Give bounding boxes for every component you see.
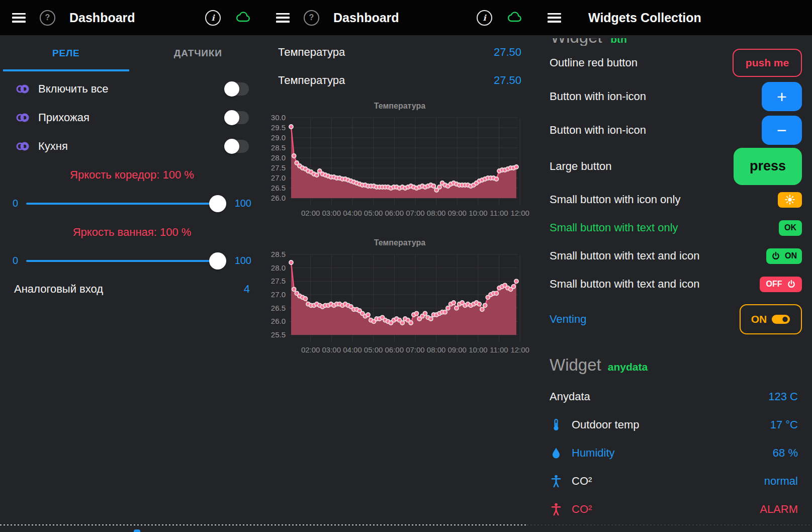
switch-row: Включить все	[0, 74, 264, 103]
thermometer-icon	[550, 418, 563, 431]
svg-text:29.0: 29.0	[271, 133, 286, 142]
toggle-on-icon	[771, 314, 790, 325]
widget-row: Button with ion-icon−	[535, 113, 812, 147]
section-heading-title: Widget	[550, 356, 601, 375]
svg-text:28.5: 28.5	[271, 250, 286, 258]
section-heading-anydata: Widget anydata	[535, 340, 812, 383]
ok-button[interactable]: OK	[779, 220, 802, 236]
venting-toggle-button[interactable]: ON	[740, 304, 802, 334]
analog-input-label: Аналоговый вход	[14, 283, 103, 296]
svg-text:11:00: 11:00	[490, 345, 508, 354]
chart-title: Температура	[264, 238, 535, 248]
widget-row-label: Small button with text and icon	[550, 249, 699, 262]
section-heading-subtitle: anydata	[608, 361, 648, 373]
brightness-corridor-label: Яркость коредор: 100 %	[0, 160, 264, 189]
widget-row-label: Button with ion-icon	[550, 124, 646, 137]
tab-relays[interactable]: РЕЛЕ	[0, 35, 132, 71]
clipped-section-heading: Widget btn	[535, 38, 812, 46]
page-title: Dashboard	[333, 11, 463, 25]
widget-row-label: Small button with text only	[550, 221, 678, 234]
svg-text:26.0: 26.0	[271, 317, 286, 325]
icon-only-button[interactable]	[778, 192, 802, 208]
widget-row: Small button with text and iconOFF	[535, 270, 812, 298]
help-icon[interactable]: ?	[40, 10, 55, 26]
svg-text:27.0: 27.0	[271, 290, 286, 299]
data-row: Outdoor temp17 °C	[535, 411, 812, 439]
svg-text:09:00: 09:00	[447, 209, 467, 217]
svg-text:06:00: 06:00	[385, 345, 404, 354]
svg-text:26.0: 26.0	[271, 194, 286, 202]
sensor-label: Температура	[278, 46, 345, 59]
push-me-button[interactable]: push me	[733, 49, 802, 77]
data-row-value: ALARM	[760, 503, 798, 516]
page-title: Widgets Collection	[588, 11, 800, 25]
slider-track[interactable]	[26, 203, 218, 205]
switch-row-label: Прихожая	[38, 111, 89, 124]
slider-min-label: 0	[13, 198, 18, 209]
info-icon[interactable]: i	[205, 10, 221, 26]
brightness-bath-slider: 0 100	[0, 246, 264, 275]
help-icon[interactable]: ?	[304, 10, 319, 26]
svg-text:12:00: 12:00	[510, 209, 529, 217]
slider-track[interactable]	[26, 260, 218, 262]
dotted-divider	[0, 524, 527, 526]
off-button[interactable]: OFF	[760, 277, 802, 292]
droplet-icon	[550, 447, 563, 459]
chart-title: Температура	[264, 102, 535, 112]
toggle-switch[interactable]	[226, 111, 249, 124]
widget-row: Large buttonpress	[535, 147, 812, 186]
button-text: ON	[785, 251, 797, 260]
menu-icon[interactable]	[276, 13, 290, 23]
svg-text:29.5: 29.5	[271, 123, 286, 132]
svg-text:05:00: 05:00	[364, 345, 383, 354]
brightness-bath-label: Яркость ванная: 100 %	[0, 218, 264, 246]
data-row: CO²ALARM	[535, 495, 812, 523]
svg-text:08:00: 08:00	[427, 345, 446, 354]
menu-icon[interactable]	[548, 13, 561, 23]
svg-text:26.5: 26.5	[271, 184, 286, 192]
clipped-heading-subtitle: btn	[610, 38, 627, 45]
data-row-value: 123 C	[768, 390, 798, 403]
minus-button[interactable]: −	[762, 116, 802, 145]
toggle-switch[interactable]	[226, 82, 249, 96]
svg-text:12:00: 12:00	[510, 345, 529, 354]
svg-text:25.5: 25.5	[271, 330, 286, 339]
person-icon	[550, 475, 563, 488]
cloud-connected-icon[interactable]	[506, 11, 523, 25]
slider-knob[interactable]	[209, 195, 226, 212]
svg-text:02:00: 02:00	[301, 209, 320, 217]
svg-text:06:00: 06:00	[385, 209, 404, 217]
svg-text:28.0: 28.0	[271, 263, 286, 272]
page-title: Dashboard	[69, 11, 191, 25]
widget-row-label: Button with ion-icon	[550, 90, 646, 103]
app: ? Dashboard i РЕЛЕ ДАТЧИКИ Включить всеП…	[0, 0, 812, 532]
svg-text:05:00: 05:00	[364, 209, 383, 217]
appbar: ? Dashboard i	[264, 0, 535, 35]
svg-text:11:00: 11:00	[490, 209, 508, 217]
svg-text:07:00: 07:00	[406, 209, 425, 217]
slider-knob[interactable]	[209, 252, 226, 270]
relay-toggle-icon	[15, 113, 30, 123]
menu-icon[interactable]	[12, 13, 26, 23]
tab-sensors[interactable]: ДАТЧИКИ	[132, 35, 264, 71]
svg-text:26.5: 26.5	[271, 304, 286, 312]
on-button[interactable]: ON	[766, 248, 802, 264]
cloud-connected-icon[interactable]	[235, 11, 252, 25]
press-button[interactable]: press	[734, 148, 802, 185]
plus-button[interactable]: +	[762, 82, 802, 111]
info-icon[interactable]: i	[477, 10, 492, 26]
power-icon	[787, 280, 796, 289]
widget-row-label: Outline red button	[550, 56, 638, 69]
data-row: Anydata123 C	[535, 383, 812, 411]
svg-text:27.0: 27.0	[271, 173, 286, 182]
sensor-label: Температура	[278, 74, 345, 87]
clipped-blue-icon	[134, 529, 140, 532]
svg-text:08:00: 08:00	[427, 209, 446, 217]
analog-input-row: Аналоговый вход 4	[0, 275, 264, 303]
widget-row: Small button with text and iconON	[535, 242, 812, 270]
toggle-switch[interactable]	[226, 140, 249, 153]
switch-row: Прихожая	[0, 103, 264, 132]
widget-row-label: Venting	[550, 313, 586, 326]
svg-text:10:00: 10:00	[469, 209, 488, 217]
svg-text:03:00: 03:00	[322, 209, 341, 217]
